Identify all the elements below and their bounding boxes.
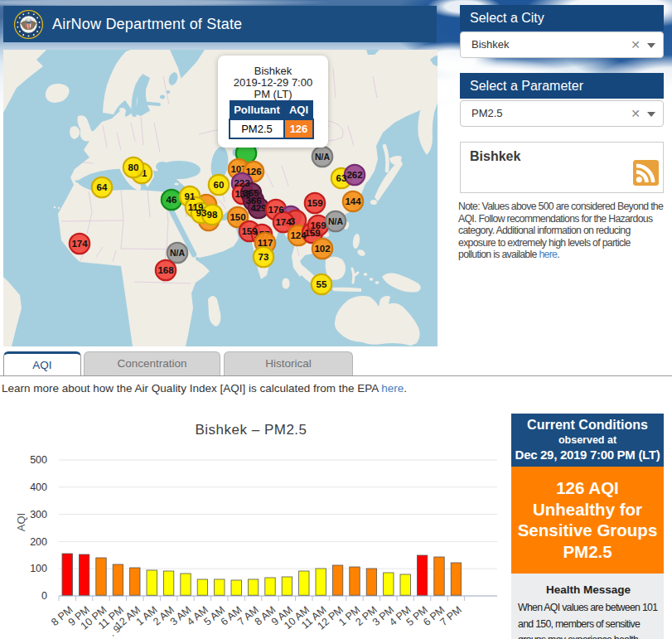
svg-text:429: 429 — [250, 203, 266, 213]
svg-text:159: 159 — [307, 198, 322, 208]
svg-text:73: 73 — [259, 252, 269, 262]
svg-text:174: 174 — [71, 239, 88, 249]
svg-text:N/A: N/A — [328, 216, 344, 226]
svg-text:Bishkek – PM2.5: Bishkek – PM2.5 — [195, 422, 307, 438]
svg-text:N/A: N/A — [315, 152, 331, 162]
svg-text:150: 150 — [230, 212, 245, 222]
svg-text:98: 98 — [207, 210, 218, 220]
svg-text:64: 64 — [97, 182, 108, 192]
svg-text:0: 0 — [41, 590, 47, 602]
svg-text:102: 102 — [314, 244, 330, 254]
svg-text:AQI: AQI — [15, 513, 27, 531]
svg-text:100: 100 — [30, 563, 47, 574]
svg-text:223: 223 — [234, 178, 249, 188]
svg-text:46: 46 — [167, 195, 177, 205]
svg-text:80: 80 — [128, 162, 139, 172]
svg-text:262: 262 — [346, 170, 362, 180]
svg-text:63: 63 — [336, 173, 347, 183]
svg-text:3: 3 — [290, 216, 295, 226]
svg-text:91: 91 — [185, 191, 196, 201]
svg-text:144: 144 — [345, 196, 361, 206]
svg-text:55: 55 — [317, 279, 327, 289]
svg-text:500: 500 — [30, 454, 47, 466]
svg-text:169: 169 — [310, 220, 326, 230]
svg-text:168: 168 — [157, 265, 174, 275]
svg-text:176: 176 — [268, 205, 283, 215]
svg-text:400: 400 — [30, 482, 47, 493]
svg-text:300: 300 — [30, 509, 47, 520]
svg-text:93: 93 — [196, 208, 207, 218]
svg-text:N/A: N/A — [170, 248, 186, 258]
svg-text:200: 200 — [30, 536, 47, 548]
svg-text:60: 60 — [214, 180, 225, 190]
